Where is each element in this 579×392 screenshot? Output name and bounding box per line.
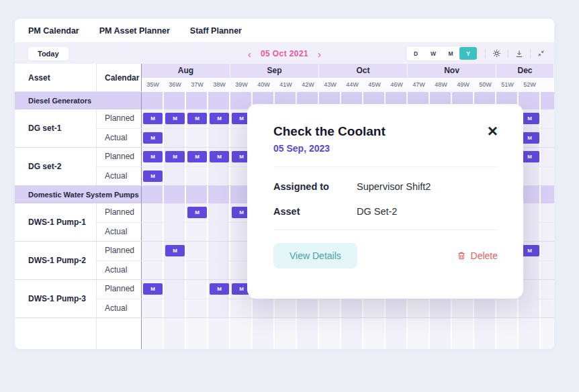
- gantt-bar[interactable]: M: [143, 283, 163, 295]
- grid-cell: [230, 299, 253, 317]
- month-header: Sep: [230, 64, 319, 78]
- assigned-to-value: Supervisor Shift2: [357, 181, 431, 192]
- weeks-row: 35W36W37W38W39W40W41W42W43W44W45W46W47W4…: [142, 78, 554, 92]
- trash-icon: [457, 251, 466, 260]
- gantt-bar[interactable]: M: [143, 170, 163, 182]
- timeline-header: AugSepOctNovDec 35W36W37W38W39W40W41W42W…: [141, 64, 554, 91]
- week-header: 35W: [142, 78, 164, 92]
- gantt-bar[interactable]: M: [210, 151, 229, 162]
- view-mode-w-button[interactable]: W: [425, 47, 442, 60]
- gantt-bar[interactable]: M: [165, 113, 185, 124]
- grid-cell: [142, 223, 164, 241]
- month-header: Dec: [496, 64, 554, 78]
- gantt-bar[interactable]: M: [210, 113, 229, 124]
- grid-cell: [253, 318, 275, 349]
- assigned-to-label: Assigned to: [273, 181, 357, 192]
- week-header: 36W: [164, 78, 186, 92]
- grid-cell: [386, 299, 408, 317]
- grid-cell: [208, 223, 230, 241]
- row-type-label: Actual: [96, 261, 141, 279]
- asset-field: Asset DG Set-2: [273, 206, 498, 217]
- row-type-label: Actual: [96, 129, 141, 147]
- download-icon[interactable]: [515, 50, 523, 58]
- grid-cell: [208, 203, 230, 222]
- filler-row: [15, 318, 554, 349]
- grid-cell: [164, 280, 186, 299]
- row-type-label: Planned: [96, 242, 141, 260]
- grid-cell: [208, 242, 230, 260]
- grid-cell: [474, 299, 496, 317]
- view-details-button[interactable]: View Details: [273, 243, 357, 268]
- grid-cell: [164, 261, 186, 279]
- week-header: 37W: [186, 78, 208, 92]
- grid-cell: [430, 299, 452, 317]
- grid-cell: [297, 318, 319, 349]
- gantt-bar[interactable]: M: [165, 151, 185, 162]
- grid-cell: [541, 318, 554, 349]
- tab-staff-planner[interactable]: Staff Planner: [190, 26, 242, 36]
- grid-cell: [208, 92, 230, 109]
- grid-cell: [253, 299, 275, 317]
- row-type-label: Planned: [96, 148, 141, 166]
- grid-cell: [275, 299, 297, 317]
- gantt-bar[interactable]: M: [143, 113, 163, 124]
- grid-cell: [341, 299, 363, 317]
- grid-cell: [142, 92, 164, 109]
- grid-cell: [142, 186, 164, 203]
- view-mode-y-button[interactable]: Y: [459, 47, 477, 60]
- gantt-bar[interactable]: M: [187, 207, 207, 218]
- gantt-bar[interactable]: M: [165, 245, 185, 256]
- today-button[interactable]: Today: [28, 47, 69, 60]
- months-row: AugSepOctNovDec: [142, 64, 554, 78]
- grid-cell: [319, 318, 341, 349]
- divider: [273, 166, 498, 167]
- grid-cell: [208, 299, 230, 317]
- grid-cell: [164, 92, 186, 109]
- gantt-bar[interactable]: M: [187, 113, 207, 124]
- close-icon[interactable]: ×: [488, 124, 498, 138]
- tab-bar: PM Calendar PM Asset Planner Staff Plann…: [15, 19, 554, 43]
- week-header: 46W: [386, 78, 408, 92]
- gantt-bar[interactable]: M: [210, 283, 229, 295]
- prev-date-icon[interactable]: ‹: [248, 48, 251, 58]
- week-header: 50W: [474, 78, 496, 92]
- row-type-label: Planned: [96, 203, 141, 222]
- filler-asset-cell: [15, 318, 96, 349]
- view-mode-d-button[interactable]: D: [407, 47, 425, 60]
- gantt-bar[interactable]: M: [187, 151, 207, 162]
- grid-cell: [208, 129, 230, 147]
- week-header: 48W: [430, 78, 452, 92]
- grid-cell: [142, 242, 164, 260]
- grid-cell: [541, 109, 554, 128]
- delete-button[interactable]: Delete: [457, 250, 498, 261]
- modal-date: 05 Sep, 2023: [273, 143, 386, 154]
- gantt-bar[interactable]: M: [143, 151, 163, 162]
- toolbar-right: DWMY: [406, 46, 545, 61]
- grid-cell: [142, 261, 164, 279]
- week-header: 38W: [208, 78, 230, 92]
- grid-cell: [186, 186, 208, 203]
- tab-pm-calendar[interactable]: PM Calendar: [28, 26, 79, 36]
- grid-cell: [452, 299, 474, 317]
- gear-icon[interactable]: [492, 49, 501, 58]
- grid-cell: [408, 318, 430, 349]
- grid-cell: [541, 203, 554, 222]
- gantt-bar[interactable]: M: [143, 132, 163, 144]
- grid-cell: [319, 299, 341, 317]
- next-date-icon[interactable]: ›: [318, 48, 321, 58]
- month-header: Aug: [142, 64, 230, 78]
- assigned-to-field: Assigned to Supervisor Shift2: [273, 181, 498, 192]
- grid-cell: [519, 299, 541, 317]
- grid-cell: [230, 318, 253, 349]
- grid-cell: [164, 299, 186, 317]
- grid-cell: [142, 318, 164, 349]
- grid-cell: [363, 299, 386, 317]
- grid-cell: [386, 318, 408, 349]
- tab-pm-asset-planner[interactable]: PM Asset Planner: [99, 26, 170, 36]
- divider: [530, 49, 531, 58]
- grid-cell: [430, 318, 452, 349]
- collapse-icon[interactable]: [537, 50, 545, 57]
- view-mode-m-button[interactable]: M: [442, 47, 459, 60]
- date-navigator: ‹ 05 Oct 2021 ›: [248, 48, 321, 58]
- asset-name: DG set-2: [15, 148, 96, 185]
